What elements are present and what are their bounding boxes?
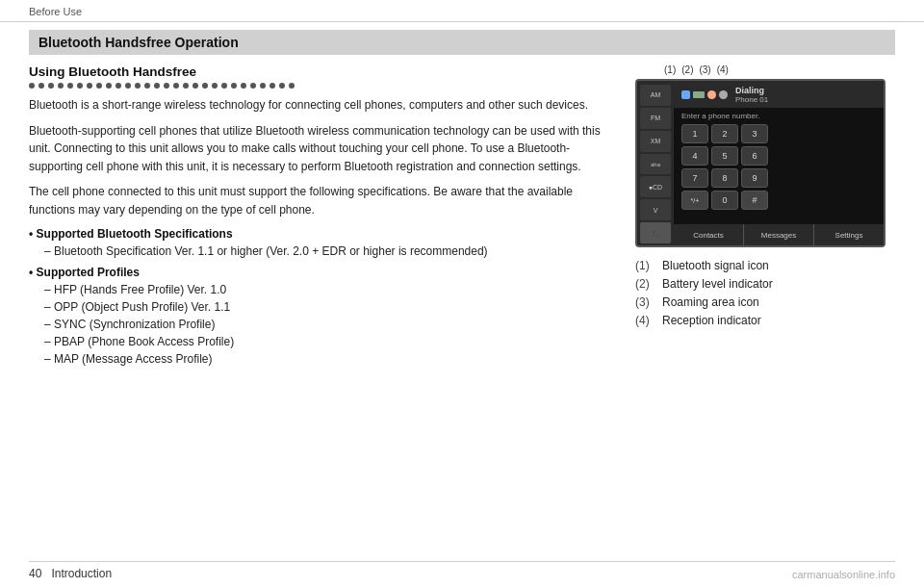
screen-prompt: Enter a phone number.	[681, 112, 876, 120]
screen-status-icons	[681, 90, 728, 99]
section-title: Bluetooth Handsfree Operation	[38, 35, 239, 50]
screen-title-area: Dialing Phone 01	[735, 86, 876, 104]
indicator-1: (1) Bluetooth signal icon	[635, 259, 895, 272]
indicator-label-3: Roaming area icon	[662, 295, 759, 309]
screen-body: Enter a phone number. 1 2 3 4 5 6 7 8 9 …	[674, 108, 884, 217]
callout-3: (3)	[699, 64, 710, 75]
keypad: 1 2 3 4 5 6 7 8 9 */+ 0 #	[681, 124, 876, 210]
contacts-btn: Contacts	[674, 224, 744, 245]
key-hash: #	[741, 191, 768, 210]
screen-dialing-label: Dialing	[735, 86, 876, 95]
indicator-3: (3) Roaming area icon	[635, 295, 895, 309]
subsection-title: Using Bluetooth Handsfree	[29, 64, 606, 79]
battery-icon	[693, 91, 705, 98]
key-star: */+	[681, 191, 708, 210]
sidebar-phone: 📞	[640, 222, 671, 243]
sidebar-aha: aha	[640, 154, 671, 175]
bullet-label-1: Supported Profiles	[29, 266, 606, 279]
left-column: Using Bluetooth Handsfree Bluetooth is a…	[29, 64, 626, 373]
indicator-num-2: (2)	[635, 277, 654, 291]
list-item: OPP (Object Push Profile) Ver. 1.1	[44, 298, 606, 316]
right-column: (1) (2) (3) (4) AM FM XM aha ●CD V 📞	[626, 64, 895, 373]
dot-divider	[29, 83, 606, 89]
screen-bottom-bar: Contacts Messages Settings	[674, 224, 884, 245]
screen-phone-label: Phone 01	[735, 95, 876, 104]
callout-4: (4)	[717, 64, 729, 75]
callout-1: (1)	[664, 64, 676, 75]
body-para-2: Bluetooth-supporting cell phones that ut…	[29, 122, 606, 176]
list-item: Bluetooth Specification Ver. 1.1 or high…	[44, 243, 606, 260]
settings-btn: Settings	[814, 224, 884, 245]
screen-main: Dialing Phone 01 Enter a phone number. 1…	[674, 81, 884, 245]
key-3: 3	[741, 124, 768, 143]
bullet-section-0: Supported Bluetooth Specifications Bluet…	[29, 227, 606, 260]
section-title-bar: Bluetooth Handsfree Operation	[29, 30, 895, 55]
indicator-label-1: Bluetooth signal icon	[662, 259, 769, 272]
watermark: carmanualsonline.info	[792, 569, 895, 580]
key-4: 4	[681, 146, 708, 166]
callout-numbers: (1) (2) (3) (4)	[635, 64, 895, 75]
screen-sidebar: AM FM XM aha ●CD V 📞	[637, 81, 674, 245]
key-2: 2	[711, 124, 738, 143]
page-footer: 40 Introduction	[29, 561, 895, 580]
page-header: Before Use	[0, 0, 924, 22]
list-item: HFP (Hands Free Profile) Ver. 1.0	[44, 281, 606, 298]
reception-icon	[719, 90, 728, 99]
bullet-section-1: Supported Profiles HFP (Hands Free Profi…	[29, 266, 606, 368]
body-para-3: The cell phone connected to this unit mu…	[29, 183, 606, 218]
list-item: MAP (Message Access Profile)	[44, 350, 606, 368]
bullet-list-1: HFP (Hands Free Profile) Ver. 1.0 OPP (O…	[29, 281, 606, 368]
header-label: Before Use	[29, 6, 82, 17]
device-screen: AM FM XM aha ●CD V 📞 Dialing	[635, 79, 886, 247]
sidebar-xm: XM	[640, 131, 671, 152]
key-0: 0	[711, 191, 738, 210]
list-item: PBAP (Phone Book Access Profile)	[44, 333, 606, 350]
sidebar-fm: FM	[640, 108, 671, 129]
key-6: 6	[741, 146, 768, 166]
indicator-4: (4) Reception indicator	[635, 314, 895, 327]
bullet-label-0: Supported Bluetooth Specifications	[29, 227, 606, 241]
page-number: 40	[29, 567, 41, 580]
indicator-num-3: (3)	[635, 295, 654, 309]
screen-top-bar: Dialing Phone 01	[674, 81, 884, 108]
roaming-icon	[707, 90, 716, 99]
indicators-list: (1) Bluetooth signal icon (2) Battery le…	[635, 259, 895, 327]
bluetooth-icon	[681, 90, 690, 99]
sidebar-am: AM	[640, 85, 671, 106]
bullet-list-0: Bluetooth Specification Ver. 1.1 or high…	[29, 243, 606, 260]
messages-btn: Messages	[744, 224, 814, 245]
callout-2: (2)	[681, 64, 693, 75]
indicator-2: (2) Battery level indicator	[635, 277, 895, 291]
key-9: 9	[741, 168, 768, 188]
list-item: SYNC (Synchronization Profile)	[44, 316, 606, 333]
key-5: 5	[711, 146, 738, 166]
sidebar-v: V	[640, 199, 671, 220]
footer-section-label: Introduction	[51, 567, 112, 580]
sidebar-cd: ●CD	[640, 176, 671, 197]
indicator-label-2: Battery level indicator	[662, 277, 773, 291]
key-7: 7	[681, 168, 708, 188]
indicator-num-1: (1)	[635, 259, 654, 272]
indicator-num-4: (4)	[635, 314, 654, 327]
key-8: 8	[711, 168, 738, 188]
indicator-label-4: Reception indicator	[662, 314, 761, 327]
key-1: 1	[681, 124, 708, 143]
body-para-1: Bluetooth is a short-range wireless tech…	[29, 96, 606, 115]
